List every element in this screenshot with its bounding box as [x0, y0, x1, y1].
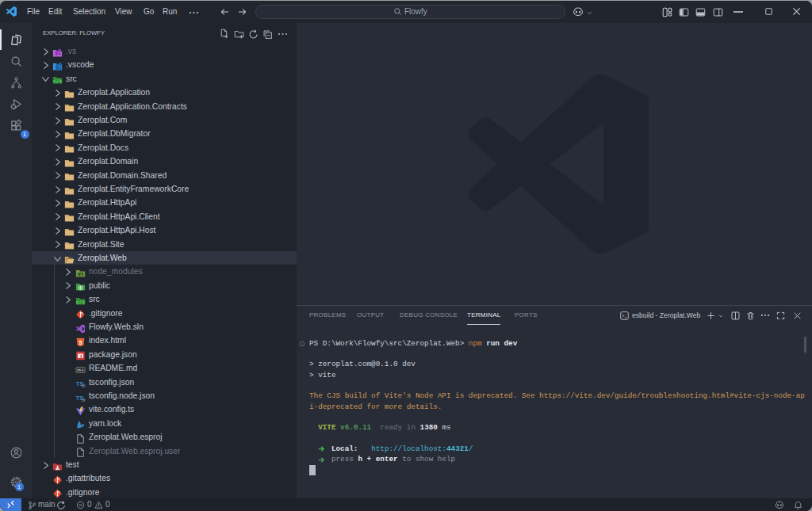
- svg-text:</>: </>: [76, 299, 86, 305]
- svg-text:TS: TS: [75, 380, 83, 387]
- svg-text:TS: TS: [75, 394, 83, 401]
- svg-text:5: 5: [79, 340, 82, 346]
- svg-text:</>: </>: [53, 79, 63, 85]
